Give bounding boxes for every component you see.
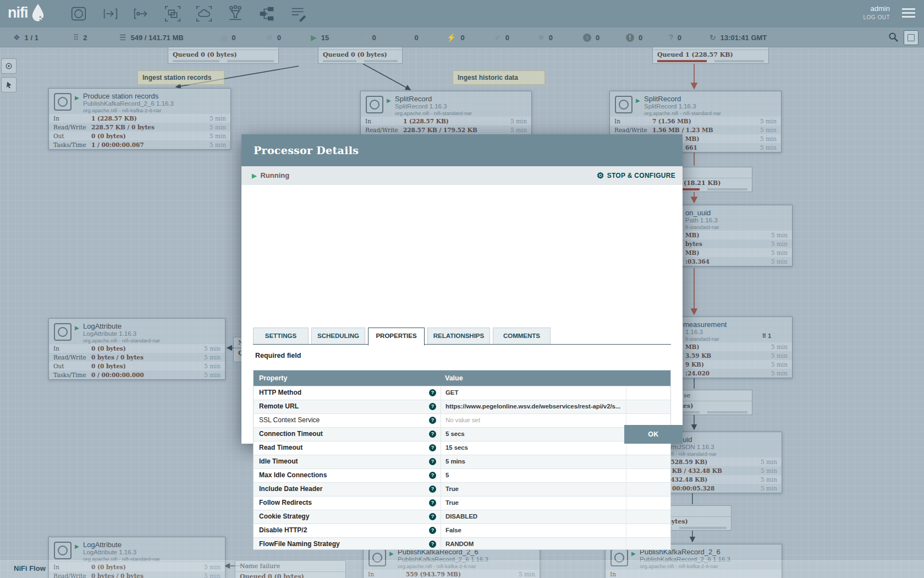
stat-row: In1 (228.57 KB)5 min	[361, 117, 531, 126]
processor-name: SplitRecord	[395, 95, 432, 103]
process-group-icon[interactable]	[163, 4, 182, 23]
help-icon[interactable]: ?	[429, 486, 436, 493]
property-value[interactable]: DISABLED	[441, 510, 626, 524]
processor-icon[interactable]	[69, 4, 88, 23]
property-name: Read Timeout?	[254, 441, 441, 455]
refresh-icon[interactable]: ↻	[710, 33, 716, 42]
label-icon[interactable]	[289, 4, 307, 23]
help-icon[interactable]: ?	[429, 527, 436, 534]
active-threads-badge: ⠿ 1	[762, 332, 771, 339]
property-value[interactable]: https://www.pegelonline.wsv.de/webservic…	[441, 400, 626, 413]
row-spacer	[626, 455, 670, 468]
stat-value: 1 / 00:00:00.067	[91, 140, 144, 149]
input-port-icon[interactable]	[101, 4, 119, 23]
breadcrumb[interactable]: NiFi Flow	[14, 564, 46, 572]
property-value[interactable]: False	[441, 524, 626, 537]
properties-table: Property Value HTTP Method?GETRemote URL…	[253, 370, 671, 550]
stat-value: 1.56 MB / 1.23 MB	[652, 126, 713, 134]
status-locally-modified: ✱0	[538, 28, 553, 47]
help-icon[interactable]: ?	[429, 417, 436, 424]
status-cluster-nodes: ❖1 / 1	[13, 28, 38, 47]
stat-window: 5 min	[771, 248, 788, 257]
processor-type: SplitRecord 1.16.3	[395, 103, 447, 110]
row-spacer	[626, 538, 670, 550]
help-icon[interactable]: ?	[429, 389, 436, 396]
property-value[interactable]: RANDOM	[441, 538, 626, 550]
ok-button[interactable]: OK	[624, 425, 683, 444]
help-icon[interactable]: ?	[429, 430, 436, 438]
stop-and-configure-button[interactable]: ⚙STOP & CONFIGURE	[597, 166, 675, 185]
dialog-title: Processor Details	[241, 134, 683, 166]
property-value[interactable]: No value set	[441, 414, 626, 427]
property-value[interactable]: GET	[441, 386, 626, 400]
username: admin	[863, 4, 890, 13]
tab-properties[interactable]: PROPERTIES	[368, 328, 425, 346]
processor-bundle: org.apache.nifi - nifi-kafka-2-6-nar	[83, 107, 162, 113]
run-status: ▶Running	[252, 166, 289, 185]
property-name: Cookie Strategy?	[254, 510, 441, 524]
funnel-icon[interactable]	[226, 4, 245, 23]
help-icon[interactable]: ?	[429, 403, 436, 410]
logout-link[interactable]: LOG OUT	[863, 14, 890, 20]
flow-label-ingest-historic-data[interactable]: Ingest historic data	[453, 70, 545, 85]
tab-relationships[interactable]: RELATIONSHIPS	[427, 328, 490, 345]
property-value[interactable]: 15 secs	[441, 441, 626, 455]
property-row: Follow Redirects?True	[254, 496, 670, 510]
property-name: Disable HTTP/2?	[254, 524, 441, 537]
help-icon[interactable]: ?	[429, 513, 436, 520]
stat-window: 5 min	[761, 484, 777, 493]
backpressure-track	[227, 60, 274, 62]
output-port-icon[interactable]	[132, 4, 151, 23]
property-row: Read Timeout?15 secs	[254, 441, 670, 455]
stat-window: 5 min	[761, 457, 777, 466]
tab-comments[interactable]: COMMENTS	[493, 328, 551, 345]
stat-label: In	[53, 344, 59, 353]
processor-logattribute-mid[interactable]: ▶LogAttributeLogAttribute 1.16.3org.apac…	[48, 318, 226, 380]
running-icon: ▶	[636, 97, 640, 103]
stat-window: 5 min	[771, 239, 788, 248]
search-icon[interactable]	[888, 32, 899, 42]
help-icon[interactable]: ?	[429, 458, 436, 465]
status-active-threads-icon: ⠿	[73, 33, 79, 42]
processor-produce-station-records[interactable]: ▶Produce station recordsPublishKafkaReco…	[48, 88, 231, 150]
remote-process-group-icon[interactable]	[195, 4, 213, 23]
bulletin-panel-button[interactable]	[904, 30, 919, 45]
stat-window: 5 min	[771, 342, 788, 351]
flow-label-ingest-station-records[interactable]: Ingest station records	[138, 70, 224, 85]
status-last-refresh: ↻13:01:41 GMT	[710, 28, 767, 47]
stat-window: 5 min	[210, 123, 226, 132]
stat-value: 7 (1.56 MB)	[652, 117, 691, 126]
backpressure-track	[657, 60, 707, 62]
pan-hand-icon[interactable]	[1, 77, 16, 92]
processor-stats: In1 (228.57 KB)5 minRead/Write228.57 KB …	[49, 114, 230, 149]
property-value[interactable]: 5 mins	[441, 455, 626, 468]
global-menu-icon[interactable]	[902, 8, 915, 18]
birdseye-icon[interactable]	[1, 58, 16, 74]
property-value[interactable]: True	[441, 483, 626, 496]
tab-settings[interactable]: SETTINGS	[253, 328, 309, 345]
tab-scheduling[interactable]: SCHEDULING	[311, 328, 365, 345]
help-icon[interactable]: ?	[429, 472, 436, 479]
property-row: Remote URL?https://www.pegelonline.wsv.d…	[254, 400, 670, 413]
status-queued-count: 549 / 141.71 MB	[131, 34, 184, 42]
stat-value: 1 (228.57 KB)	[403, 117, 449, 126]
status-locally-modified-count: 0	[549, 34, 553, 42]
property-name: HTTP Method?	[254, 386, 441, 400]
status-stale-count: 0	[596, 34, 600, 42]
property-value[interactable]: 5 secs	[441, 428, 626, 441]
property-value[interactable]: 5	[441, 469, 626, 482]
status-up-to-date-icon: ✔	[494, 33, 501, 42]
footer-bar: NiFi Flow	[0, 560, 924, 578]
template-icon[interactable]	[257, 4, 276, 23]
stat-row: In7 (1.56 MB)5 min	[610, 117, 781, 126]
help-icon[interactable]: ?	[429, 499, 436, 506]
property-value[interactable]: True	[441, 497, 626, 510]
help-icon[interactable]: ?	[429, 541, 436, 548]
backpressure-track	[707, 411, 747, 413]
help-icon[interactable]: ?	[429, 444, 436, 451]
status-sync-failure-count: 0	[678, 34, 681, 42]
processor-stats: In0 (0 bytes)5 minRead/Write0 bytes / 0 …	[49, 344, 225, 379]
properties-table-header: Property Value	[254, 370, 670, 386]
stat-value: 1 (228.57 KB)	[91, 114, 137, 123]
stat-value: 228.57 KB / 179.52 KB	[403, 126, 477, 134]
